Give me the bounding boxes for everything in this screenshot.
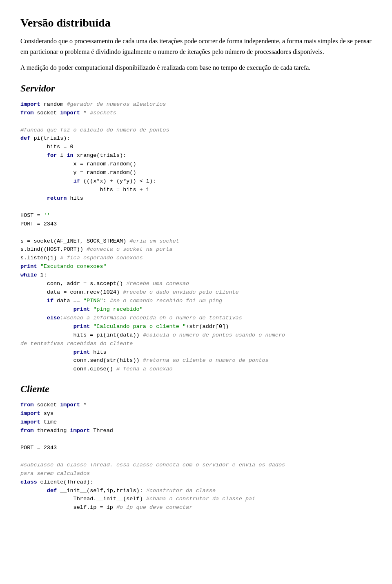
- page-title: Versão distribuída: [20, 16, 372, 29]
- client-code: from socket import * import sys import t…: [20, 401, 372, 512]
- intro-paragraph1: Considerando que o processamento de cada…: [20, 36, 372, 57]
- intro-paragraph2: A medição do poder computacional disponi…: [20, 62, 372, 73]
- client-title: Cliente: [20, 383, 372, 395]
- server-title: Servidor: [20, 83, 372, 94]
- server-code: import random #gerador de numeros aleato…: [20, 100, 372, 374]
